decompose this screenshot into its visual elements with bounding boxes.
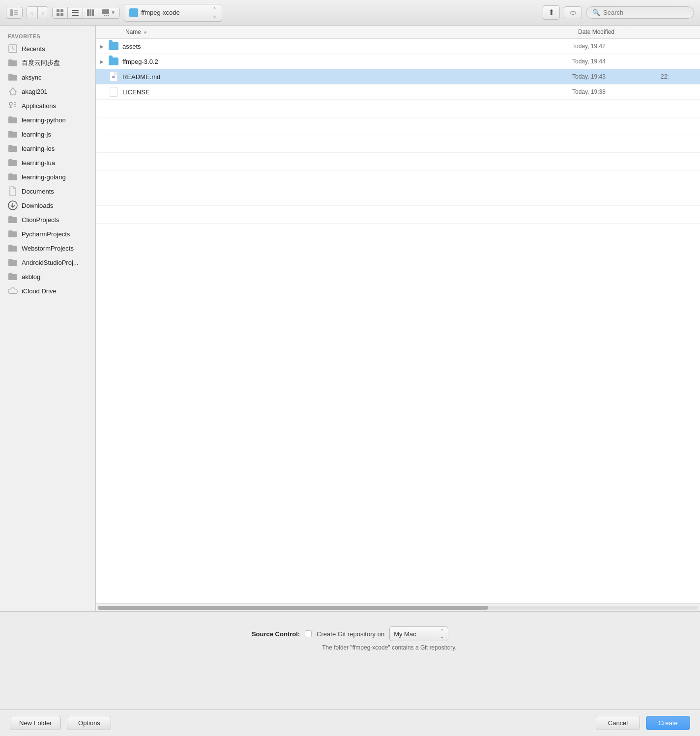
- source-control-text: Create Git repository on: [317, 630, 384, 638]
- nav-button-group: ‹ ›: [27, 6, 48, 19]
- table-row[interactable]: ▶ ffmpeg-3.0.2 Today, 19:44: [96, 54, 700, 69]
- column-header-name[interactable]: Name ▲: [119, 28, 572, 35]
- sidebar-item-akblog-label: akblog: [22, 273, 40, 281]
- svg-rect-10: [72, 15, 79, 16]
- mac-dropdown[interactable]: My Mac ⌃⌄: [389, 626, 448, 641]
- empty-row: [96, 170, 700, 188]
- sidebar-item-applications[interactable]: Applications: [2, 99, 93, 113]
- downloads-icon: [8, 200, 18, 210]
- svg-rect-3: [14, 14, 18, 15]
- column-header-date[interactable]: Date Modified: [572, 28, 661, 35]
- cancel-button[interactable]: Cancel: [596, 716, 640, 730]
- row-name-ffmpeg: ffmpeg-3.0.2: [122, 58, 572, 65]
- folder-blue-icon-2: [109, 57, 118, 65]
- apps-icon: [8, 101, 18, 111]
- sidebar-item-aksync[interactable]: aksync: [2, 70, 93, 84]
- svg-rect-4: [57, 9, 59, 12]
- path-bar[interactable]: ffmpeg-xcode ⌃⌄: [124, 4, 222, 22]
- back-button[interactable]: ‹: [27, 7, 38, 19]
- table-row[interactable]: ▶ assets Today, 19:42: [96, 39, 700, 54]
- gallery-view-button[interactable]: ▼: [98, 7, 119, 18]
- sidebar-item-icloud[interactable]: iCloud Drive: [2, 284, 93, 298]
- sidebar-item-recents[interactable]: Recents: [2, 42, 93, 56]
- generic-file-icon: [110, 87, 117, 97]
- svg-rect-2: [14, 12, 18, 13]
- folder-icon-12: [8, 272, 18, 282]
- folder-icon-7: [8, 172, 18, 182]
- sidebar-item-pycharm[interactable]: PycharmProjects: [2, 227, 93, 241]
- sidebar-item-learning-lua[interactable]: learning-lua: [2, 156, 93, 170]
- git-repository-checkbox[interactable]: [305, 630, 312, 637]
- horizontal-scrollbar[interactable]: [96, 603, 700, 611]
- empty-row: [96, 153, 700, 170]
- table-row[interactable]: M README.md Today, 19:43 22:: [96, 69, 700, 85]
- sidebar-item-webstorm[interactable]: WebstormProjects: [2, 241, 93, 255]
- svg-rect-15: [104, 15, 105, 16]
- search-input[interactable]: [603, 9, 688, 16]
- hscroll-thumb[interactable]: [98, 606, 488, 610]
- empty-row: [96, 117, 700, 135]
- folder-icon-5: [8, 143, 18, 153]
- sidebar-item-golang-label: learning-golang: [22, 173, 66, 181]
- md-file-icon: M: [110, 72, 117, 82]
- row-expander-assets[interactable]: ▶: [96, 44, 108, 49]
- sidebar-item-lua-label: learning-lua: [22, 159, 55, 167]
- svg-rect-11: [87, 9, 89, 16]
- sidebar-item-learning-js[interactable]: learning-js: [2, 127, 93, 141]
- sidebar: Favorites Recents 百度云同步盘 aksync: [0, 26, 96, 611]
- folder-icon-3: [8, 115, 18, 125]
- bottom-area: Source Control: Create Git repository on…: [0, 611, 700, 709]
- svg-rect-5: [60, 9, 63, 12]
- sidebar-item-downloads-label: Downloads: [22, 202, 53, 209]
- sidebar-item-ios-label: learning-ios: [22, 145, 55, 152]
- sidebar-toggle-button[interactable]: [6, 7, 23, 19]
- column-header-size: [661, 28, 700, 35]
- row-date-ffmpeg: Today, 19:44: [572, 58, 661, 65]
- sidebar-item-learning-ios[interactable]: learning-ios: [2, 142, 93, 155]
- options-button[interactable]: Options: [67, 716, 111, 730]
- sidebar-item-akagi201[interactable]: akagi201: [2, 85, 93, 98]
- main-content: Favorites Recents 百度云同步盘 aksync: [0, 26, 700, 611]
- empty-row: [96, 224, 700, 241]
- folder-icon-8: [8, 215, 18, 225]
- sidebar-item-learning-golang[interactable]: learning-golang: [2, 170, 93, 184]
- sidebar-item-android[interactable]: AndroidStudioProj...: [2, 255, 93, 269]
- forward-button[interactable]: ›: [38, 7, 48, 19]
- sidebar-item-akblog[interactable]: akblog: [2, 270, 93, 283]
- folder-icon-6: [8, 158, 18, 168]
- row-icon-readme: M: [108, 72, 119, 82]
- row-name-readme: README.md: [122, 73, 572, 81]
- icon-view-button[interactable]: [53, 7, 68, 18]
- sidebar-item-documents[interactable]: Documents: [2, 184, 93, 198]
- svg-rect-0: [10, 9, 13, 16]
- search-box[interactable]: 🔍: [586, 6, 694, 19]
- cloud-icon: [8, 286, 18, 296]
- svg-rect-16: [106, 15, 107, 16]
- sidebar-item-recents-label: Recents: [22, 45, 45, 53]
- sidebar-item-downloads[interactable]: Downloads: [2, 198, 93, 212]
- path-bar-chevron-icon: ⌃⌄: [212, 6, 217, 19]
- git-info-text: The folder "ffmpeg-xcode" contains a Git…: [88, 644, 690, 651]
- empty-row: [96, 206, 700, 224]
- share-button[interactable]: ⬆: [543, 5, 560, 20]
- list-view-button[interactable]: [68, 7, 83, 18]
- dropdown-arrows-icon: ⌃⌄: [440, 628, 444, 639]
- footer-buttons: New Folder Options Cancel Create: [0, 709, 700, 736]
- tag-button[interactable]: ⬭: [564, 6, 582, 19]
- svg-rect-8: [72, 10, 79, 11]
- sidebar-item-android-label: AndroidStudioProj...: [22, 259, 79, 266]
- table-row[interactable]: LICENSE Today, 19:38: [96, 85, 700, 100]
- sidebar-item-clion[interactable]: ClionProjects: [2, 213, 93, 226]
- create-button[interactable]: Create: [646, 716, 690, 730]
- column-view-button[interactable]: [83, 7, 98, 18]
- sidebar-item-learning-python[interactable]: learning-python: [2, 113, 93, 127]
- document-icon: [8, 186, 18, 196]
- sidebar-item-baidu[interactable]: 百度云同步盘: [2, 56, 93, 70]
- new-folder-button[interactable]: New Folder: [10, 716, 61, 730]
- row-expander-ffmpeg[interactable]: ▶: [96, 59, 108, 64]
- row-name-assets: assets: [122, 43, 572, 50]
- footer-right-buttons: Cancel Create: [596, 716, 690, 730]
- svg-rect-17: [108, 15, 109, 16]
- empty-row: [96, 188, 700, 206]
- mac-dropdown-value: My Mac: [394, 630, 437, 638]
